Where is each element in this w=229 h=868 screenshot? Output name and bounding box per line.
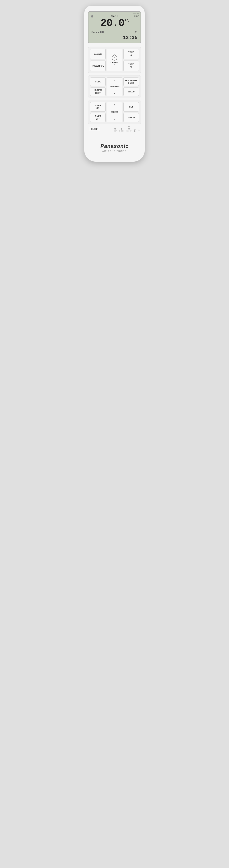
set-indicator: SET [114, 128, 117, 132]
select-down-icon [113, 117, 116, 121]
indicator-group: SET CHECK AC RESET RC ∿ [102, 126, 140, 132]
air-swing-down-icon [113, 91, 116, 95]
bottom-row: CLOCK SET CHECK AC RESET RC ∿ [88, 126, 141, 132]
temp-up-button[interactable]: TEMP [123, 49, 139, 59]
nanoex-button[interactable]: nanoeX [90, 49, 106, 59]
air-swing-label: AIR SWING [109, 86, 120, 88]
mode-fan-grid: MODE +8/15°CHEAT AIR SWING FAN SPEED/QUI… [90, 78, 139, 96]
timer-off-button[interactable]: TIMEROFF [90, 113, 106, 122]
check-indicator-label: CHECK [119, 130, 124, 132]
display-celsius: °C [124, 19, 128, 24]
brand-section: Panasonic AIR CONDITIONER [88, 143, 141, 154]
timer-on-button[interactable]: TIMERON [90, 102, 106, 112]
power-led [114, 64, 115, 65]
check-indicator: CHECK [119, 128, 124, 132]
temp-down-label: TEMP [128, 63, 134, 65]
fan-bar-2 [98, 32, 99, 33]
fan-bar-1 [96, 32, 97, 33]
ac-reset-indicator: AC RESET [126, 126, 131, 132]
air-swing-button[interactable]: AIR SWING [107, 78, 122, 96]
mode-col: MODE +8/15°CHEAT [90, 78, 106, 96]
temp-up-label: TEMP [128, 51, 134, 53]
timer-grid: TIMERON TIMEROFF SELECT SET CANCEL [90, 102, 139, 122]
mode-button[interactable]: MODE [90, 78, 106, 86]
power-icon [112, 55, 117, 61]
fan-bar-3 [100, 31, 101, 33]
wifi-indicator: ∿ [138, 129, 140, 132]
temp-down-arrow-icon [130, 65, 132, 69]
fan-speed-button[interactable]: FAN SPEED/QUIET [123, 78, 139, 86]
rc-label: RC [134, 128, 136, 130]
nanoe-icon: ◕ [91, 14, 93, 18]
timer-on-label: TIMERON [95, 104, 101, 110]
select-up-icon [113, 103, 116, 107]
fan-col: FAN SPEED/QUIET SLEEP [123, 78, 139, 96]
timer-col: TIMERON TIMEROFF [90, 102, 106, 122]
fan-icon: ✦ [134, 30, 137, 34]
display-temp-range: +8/15°C [132, 13, 139, 15]
temp-down-button[interactable]: TEMP [123, 61, 139, 71]
display-mode-label: HEAT [92, 14, 137, 17]
air-swing-up-icon [113, 79, 116, 82]
sleep-button[interactable]: SLEEP [123, 87, 139, 96]
brand-sub: AIR CONDITIONER [88, 150, 141, 152]
display-fan-label: FAN [92, 31, 95, 33]
heat-plus-button[interactable]: +8/15°CHEAT [90, 87, 106, 96]
clock-button[interactable]: CLOCK [89, 127, 100, 131]
brand-name: Panasonic [88, 143, 141, 149]
select-button[interactable]: SELECT [107, 102, 122, 122]
powerful-button[interactable]: POWERFUL [90, 61, 106, 71]
display-temperature: 20.0°C [92, 18, 137, 29]
display-top-info: +8/15°C HEAT [132, 13, 139, 17]
display-screen: +8/15°C HEAT ◕ HEAT 20.0°C FAN ✦ 12:35 [88, 11, 141, 43]
off-on-label: OFF/ON [110, 61, 119, 64]
reset-indicator-label: RESET [126, 130, 131, 132]
wifi-icon: ∿ [138, 129, 140, 132]
set-dot [114, 128, 116, 130]
display-heat-label: HEAT [134, 15, 139, 17]
select-label: SELECT [111, 111, 118, 113]
top-button-section: nanoeX POWERFUL OFF/ON TEMP TEMP [88, 46, 141, 73]
off-on-button[interactable]: OFF/ON [107, 49, 122, 71]
rc-indicator: RC [134, 128, 136, 132]
fan-bars [96, 31, 104, 33]
fan-bar-4 [102, 31, 104, 33]
rc-dot [134, 130, 135, 132]
fan-speed-label: FAN SPEED/QUIET [125, 79, 137, 85]
set-cancel-col: SET CANCEL [123, 102, 139, 122]
ac-label: AC [128, 126, 130, 127]
ac-dot [128, 128, 130, 130]
timer-set-section: TIMERON TIMEROFF SELECT SET CANCEL [88, 100, 141, 124]
set-button[interactable]: SET [123, 102, 139, 112]
cancel-button[interactable]: CANCEL [123, 113, 139, 122]
timer-off-label: TIMEROFF [95, 115, 101, 120]
display-temp-value: 20.0 [101, 17, 124, 29]
display-fan-row: FAN ✦ [92, 30, 137, 34]
heat-plus-label: +8/15°CHEAT [94, 89, 102, 94]
mode-fan-section: MODE +8/15°CHEAT AIR SWING FAN SPEED/QUI… [88, 75, 141, 98]
display-time: 12:35 [92, 35, 137, 40]
set-indicator-label: SET [114, 130, 117, 132]
check-dot [121, 128, 122, 130]
remote-control: +8/15°C HEAT ◕ HEAT 20.0°C FAN ✦ 12:35 [84, 6, 145, 162]
temp-up-arrow-icon [130, 53, 132, 57]
